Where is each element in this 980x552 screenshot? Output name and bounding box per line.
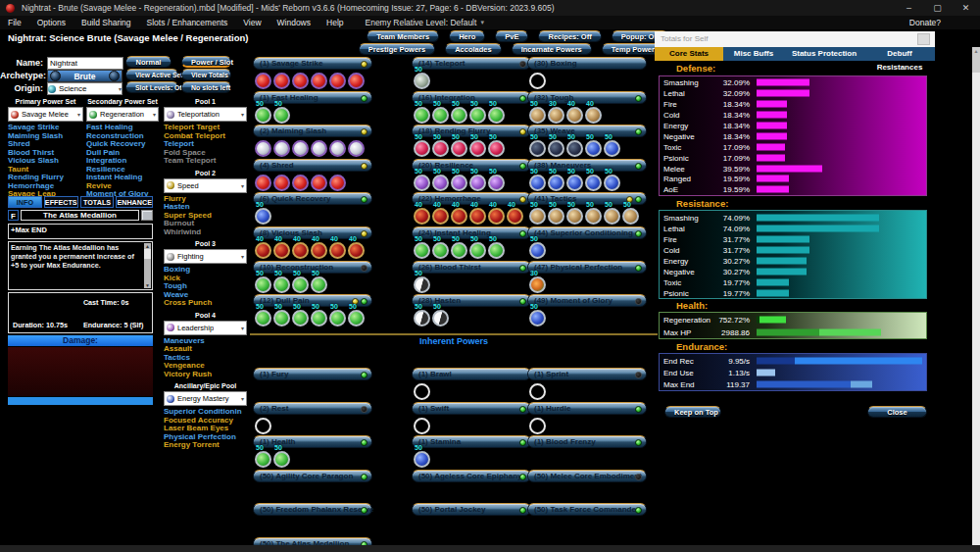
enhancement-slot[interactable]: 50 [451,134,468,158]
enhancement-slot[interactable]: 50 [414,236,431,260]
enhancement-slot[interactable]: 50 [414,169,431,192]
origin-dropdown[interactable]: Science ▾ [47,82,122,95]
minimize-button[interactable]: – [895,0,923,16]
enhancement-slot[interactable]: 40 [451,202,468,226]
enhancement-slot[interactable]: 50 [451,236,468,260]
enhancement-slot[interactable]: 50 [414,67,431,90]
enhancement-slot[interactable]: 50 [469,236,487,260]
enhancement-slot[interactable]: 50 [604,202,621,226]
info-tab-info[interactable]: INFO [8,196,42,208]
enhancement-slot[interactable] [255,67,272,90]
totals-tab-debuff-resistances[interactable]: Debuff Resistances [864,47,935,61]
enhancement-slot[interactable]: 50 [414,134,431,158]
favorite-button[interactable]: F [8,210,19,221]
powerset-item-whirlwind[interactable]: Whirlwind [164,228,247,237]
enhancement-slot[interactable]: 50 [451,169,468,192]
enhancement-slot[interactable]: 50 [548,169,565,192]
enhancement-slot[interactable]: 50 [529,304,547,327]
powerset-dropdown-epic[interactable]: Energy Mastery▾ [164,391,247,406]
enhancement-slot[interactable]: 50 [529,134,547,158]
enhancement-slot[interactable]: 40 [292,236,310,260]
powerset-item-victory-rush[interactable]: Victory Rush [164,371,247,379]
archetype-spinner[interactable]: Brute [47,70,122,82]
slot-levels-button[interactable]: Slot Levels: Off [125,81,178,93]
enhancement-slot[interactable] [292,67,310,90]
enhancement-slot[interactable]: 50 [548,134,565,158]
toolbar-hero-button[interactable]: Hero [449,30,485,42]
enhancement-slot[interactable] [329,169,347,192]
scrollbar-thumb[interactable]: ▲ [972,47,980,73]
power-task-force-commander[interactable]: (50) Task Force Commander [527,503,647,516]
toolbar-pve-button[interactable]: PvE [495,30,528,42]
enhancement-slot[interactable]: 30 [529,271,547,294]
enhancement-slot[interactable] [311,67,328,90]
enhancement-slot[interactable]: 40 [311,236,328,260]
toolbar-incarnate-powers-button[interactable]: Incarnate Powers [512,43,592,55]
enhancement-slot[interactable]: 50 [585,169,603,192]
powerset-dropdown-primary[interactable]: Savage Melee▾ [8,107,83,122]
enhancement-slot[interactable]: 50 [255,202,272,226]
enhancement-slot[interactable]: 50 [432,236,450,260]
enhancement-slot[interactable]: 50 [432,304,450,327]
normal-button[interactable]: Normal [125,56,172,68]
enhancement-slot[interactable]: 50 [585,202,603,226]
enhancement-slot[interactable]: 50 [255,101,272,125]
enhancement-slot[interactable] [529,377,547,401]
enhancement-slot[interactable] [329,67,347,90]
enhancement-slot[interactable]: 40 [488,202,506,226]
popout-icon[interactable] [141,210,153,221]
enhancement-slot[interactable] [292,169,310,192]
archetype-next-button[interactable] [109,71,120,81]
enhancement-slot[interactable] [273,67,291,90]
enhancement-slot[interactable]: 50 [255,304,272,327]
enhancement-slot[interactable]: 50 [414,271,431,294]
enhancement-slot[interactable]: 50 [414,445,431,469]
menu-build-sharing[interactable]: Build Sharing [74,16,139,29]
enhancement-slot[interactable] [292,134,310,158]
menu-file[interactable]: File [0,16,29,29]
enemy-relative-level-dropdown[interactable]: Enemy Relative Level: Default [366,18,477,27]
info-tab-enhance[interactable]: ENHANCE [116,196,153,208]
enhancement-slot[interactable]: 50 [348,304,366,327]
powerset-item-energy-torrent[interactable]: Energy Torrent [164,441,247,450]
powerset-item-team-teleport[interactable]: Team Teleport [164,157,247,166]
toolbar-team-members-button[interactable]: Team Members [367,30,439,42]
enhancement-slot[interactable]: 50 [548,202,565,226]
enhancement-slot[interactable] [414,377,431,401]
powerset-dropdown-pool1[interactable]: Teleportation▾ [164,107,247,122]
power-portal-jockey[interactable]: (50) Portal Jockey [412,503,531,516]
keep-on-top-button[interactable]: Keep on Top [664,406,721,418]
enhancement-slot[interactable]: 50 [622,202,640,226]
enhancement-slot[interactable]: 50 [311,304,328,327]
enhancement-slot[interactable]: 50 [566,134,584,158]
enhancement-slot[interactable] [529,412,547,435]
enhancement-slot[interactable]: 50 [529,169,547,192]
enhancement-slot[interactable] [329,134,347,158]
enhancement-slot[interactable] [348,67,366,90]
enhancement-slot[interactable] [311,134,328,158]
enhancement-slot[interactable]: 50 [488,169,506,192]
toolbar-recipes-off-button[interactable]: Recipes: Off [538,30,601,42]
powerset-item-cross-punch[interactable]: Cross Punch [164,299,247,308]
enhancement-slot[interactable]: 50 [329,304,347,327]
enhancement-slot[interactable] [311,169,328,192]
name-input[interactable] [47,57,123,70]
enhancement-slot[interactable]: 50 [432,134,450,158]
enhancement-slot[interactable]: 50 [529,202,547,226]
powerset-dropdown-pool4[interactable]: Leadership▾ [164,321,247,335]
enhancement-slot[interactable]: 50 [451,101,468,125]
enhancement-slot[interactable]: 50 [604,169,621,192]
enhancement-slot[interactable]: 50 [414,304,431,327]
enhancement-slot[interactable]: 40 [414,202,431,226]
enhancement-slot[interactable] [414,412,431,435]
info-tab-effects[interactable]: EFFECTS [44,196,78,208]
enhancement-slot[interactable]: 50 [414,101,431,125]
menu-view[interactable]: View [235,16,269,29]
no-slots-left-button[interactable]: No slots left [181,81,231,93]
enhancement-slot[interactable]: 50 [566,169,584,192]
enhancement-slot[interactable]: 50 [488,236,506,260]
powerset-dropdown-secondary[interactable]: Regeneration▾ [86,107,159,122]
enhancement-slot[interactable]: 40 [273,236,291,260]
enhancement-slot[interactable]: 50 [292,304,310,327]
power-fury[interactable]: (1) Fury [253,368,372,380]
